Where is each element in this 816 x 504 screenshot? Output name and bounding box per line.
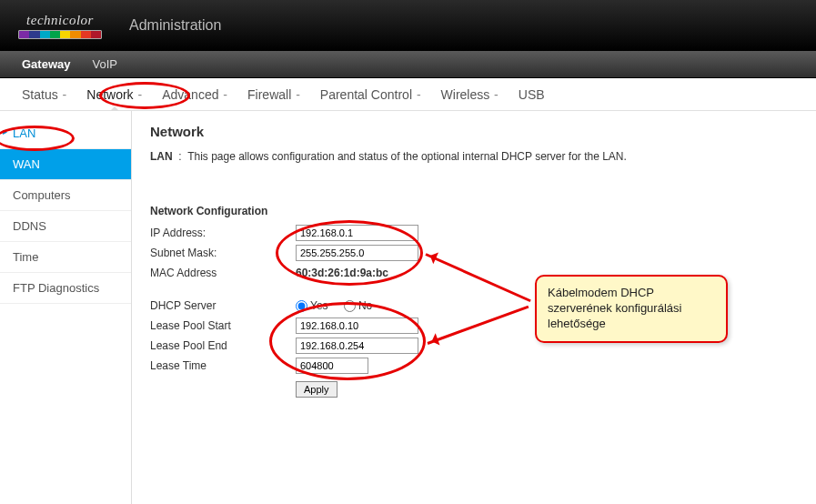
subnav-advanced[interactable]: Advanced - [162, 87, 227, 102]
secondary-nav: Status -Network -Advanced -Firewall -Par… [0, 78, 816, 111]
app-header: technicolor Administration [0, 0, 816, 51]
desc-text: This page allows configuration and statu… [187, 150, 627, 163]
sidebar-item-wan[interactable]: WAN [0, 149, 131, 180]
value-mac-address: 60:3d:26:1d:9a:bc [296, 267, 388, 279]
brand-logo: technicolor [18, 13, 102, 39]
content-heading: Network [150, 124, 798, 139]
subnav-firewall[interactable]: Firewall - [247, 87, 300, 102]
annotation-callout-text: Kábelmodem DHCP szerverének konfigurálás… [548, 286, 681, 330]
label-ip: IP Address: [150, 227, 296, 239]
primary-nav: GatewayVoIP [0, 51, 816, 78]
label-subnet: Subnet Mask: [150, 247, 296, 259]
sidebar-item-lan[interactable]: LAN [0, 118, 131, 149]
brand-name: technicolor [26, 13, 94, 28]
label-lease-start: Lease Pool Start [150, 319, 296, 332]
topnav-voip[interactable]: VoIP [92, 57, 116, 71]
content-description: LAN : This page allows configuration and… [150, 150, 798, 163]
label-yes: Yes [310, 299, 328, 312]
label-dhcp: DHCP Server [150, 299, 296, 312]
page-title: Administration [129, 17, 221, 34]
topnav-gateway[interactable]: Gateway [22, 57, 70, 71]
input-lease-time[interactable] [296, 358, 368, 374]
label-no: No [358, 299, 372, 312]
input-subnet-mask[interactable] [296, 245, 418, 261]
radio-dhcp-yes[interactable] [296, 300, 307, 312]
label-lease-end: Lease Pool End [150, 339, 296, 352]
subnav-parental-control[interactable]: Parental Control - [320, 87, 421, 102]
desc-label: LAN [150, 150, 173, 163]
input-ip-address[interactable] [296, 225, 418, 241]
radio-dhcp-no[interactable] [344, 300, 356, 312]
subnav-usb[interactable]: USB [519, 87, 545, 102]
sidebar-item-computers[interactable]: Computers [0, 180, 131, 211]
label-lease-time: Lease Time [150, 359, 296, 372]
brand-color-bar [18, 30, 102, 39]
sidebar-item-time[interactable]: Time [0, 242, 131, 273]
sidebar-nav: LANWANComputersDDNSTimeFTP Diagnostics [0, 111, 132, 504]
input-lease-pool-end[interactable] [296, 338, 418, 354]
sidebar-item-ftp-diagnostics[interactable]: FTP Diagnostics [0, 273, 131, 304]
sidebar-item-ddns[interactable]: DDNS [0, 211, 131, 242]
label-mac: MAC Address [150, 267, 296, 279]
input-lease-pool-start[interactable] [296, 318, 418, 334]
subnav-status[interactable]: Status - [22, 87, 66, 102]
subnav-wireless[interactable]: Wireless - [441, 87, 499, 102]
subnav-network[interactable]: Network - [86, 87, 142, 102]
apply-button[interactable]: Apply [296, 381, 337, 398]
annotation-callout: Kábelmodem DHCP szerverének konfigurálás… [535, 275, 728, 343]
section-network-config: Network Configuration [150, 205, 798, 217]
